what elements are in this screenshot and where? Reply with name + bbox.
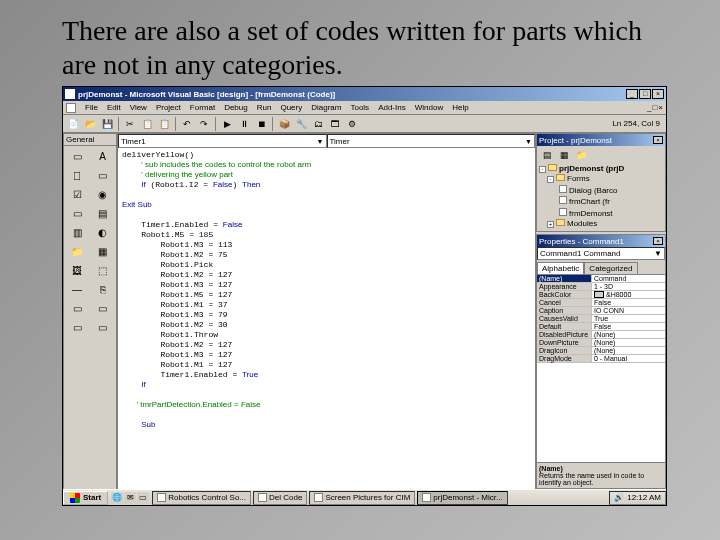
end-icon[interactable]: ⏹ bbox=[253, 117, 269, 131]
close-icon[interactable]: × bbox=[653, 237, 663, 245]
project-explorer-icon[interactable]: 📦 bbox=[276, 117, 292, 131]
redo-icon[interactable]: ↷ bbox=[196, 117, 212, 131]
property-value[interactable]: True bbox=[592, 315, 665, 322]
dirlistbox-tool[interactable]: — bbox=[65, 280, 89, 298]
line-tool[interactable]: ▭ bbox=[91, 299, 115, 317]
property-value[interactable]: 1 - 3D bbox=[592, 283, 665, 290]
menu-help[interactable]: Help bbox=[452, 103, 468, 112]
procedure-dropdown[interactable]: Timer▼ bbox=[327, 134, 536, 148]
tray-icon[interactable]: 🔊 bbox=[614, 493, 624, 502]
property-value[interactable]: IO CONN bbox=[592, 307, 665, 314]
toolbox-icon[interactable]: ⚙ bbox=[344, 117, 360, 131]
object-selector[interactable]: Command1 Command▼ bbox=[537, 247, 665, 260]
tree-modules-folder[interactable]: +Modules bbox=[539, 219, 663, 229]
property-value[interactable]: False bbox=[592, 323, 665, 330]
view-object-icon[interactable]: ▦ bbox=[556, 148, 572, 162]
timer-tool[interactable]: 🖼 bbox=[65, 261, 89, 279]
property-row[interactable]: DownPicture(None) bbox=[537, 339, 665, 347]
ql-icon[interactable]: ▭ bbox=[137, 492, 149, 504]
mdi-minimize-button[interactable]: _ bbox=[647, 103, 651, 112]
menu-edit[interactable]: Edit bbox=[107, 103, 121, 112]
start-button[interactable]: Start bbox=[63, 491, 108, 505]
menu-view[interactable]: View bbox=[130, 103, 147, 112]
property-value[interactable]: &H8000 bbox=[592, 291, 665, 298]
property-row[interactable]: CausesValidTrue bbox=[537, 315, 665, 323]
property-row[interactable]: CancelFalse bbox=[537, 299, 665, 307]
mdi-maximize-button[interactable]: □ bbox=[652, 103, 657, 112]
property-value[interactable]: (None) bbox=[592, 339, 665, 346]
filelistbox-tool[interactable]: ⎘ bbox=[91, 280, 115, 298]
undo-icon[interactable]: ↶ bbox=[179, 117, 195, 131]
data-tool[interactable]: ▭ bbox=[91, 318, 115, 336]
pointer-tool[interactable]: ▭ bbox=[65, 147, 89, 165]
property-row[interactable]: DisabledPicture(None) bbox=[537, 331, 665, 339]
taskbar-task[interactable]: Del Code bbox=[253, 491, 307, 505]
shape-tool[interactable]: ▭ bbox=[65, 299, 89, 317]
mdi-close-button[interactable]: × bbox=[658, 103, 663, 112]
combobox-tool[interactable]: ▥ bbox=[65, 223, 89, 241]
close-button[interactable]: × bbox=[652, 89, 664, 99]
tree-forms-folder[interactable]: -Forms bbox=[539, 174, 663, 184]
new-icon[interactable]: 📄 bbox=[65, 117, 81, 131]
optionbutton-tool[interactable]: ▤ bbox=[91, 204, 115, 222]
break-icon[interactable]: ⏸ bbox=[236, 117, 252, 131]
textbox-tool[interactable]: ▭ bbox=[91, 166, 115, 184]
tab-categorized[interactable]: Categorized bbox=[584, 262, 637, 274]
properties-icon[interactable]: 🔧 bbox=[293, 117, 309, 131]
menu-diagram[interactable]: Diagram bbox=[311, 103, 341, 112]
property-row[interactable]: BackColor&H8000 bbox=[537, 291, 665, 299]
property-value[interactable]: (None) bbox=[592, 331, 665, 338]
menu-file[interactable]: File bbox=[85, 103, 98, 112]
commandbutton-tool[interactable]: ◉ bbox=[91, 185, 115, 203]
code-editor[interactable]: deliverYellow() ' sub includes the codes… bbox=[118, 148, 535, 490]
tree-form-item[interactable]: Dialog (Barco bbox=[539, 185, 663, 196]
minimize-button[interactable]: _ bbox=[626, 89, 638, 99]
ql-icon[interactable]: ✉ bbox=[124, 492, 136, 504]
start-icon[interactable]: ▶ bbox=[219, 117, 235, 131]
taskbar-task[interactable]: Robotics Control So... bbox=[152, 491, 251, 505]
view-code-icon[interactable]: ▤ bbox=[539, 148, 555, 162]
tab-alphabetic[interactable]: Alphabetic bbox=[537, 262, 584, 274]
maximize-button[interactable]: □ bbox=[639, 89, 651, 99]
open-icon[interactable]: 📂 bbox=[82, 117, 98, 131]
checkbox-tool[interactable]: ▭ bbox=[65, 204, 89, 222]
vscrollbar-tool[interactable]: ▦ bbox=[91, 242, 115, 260]
image-tool[interactable]: ▭ bbox=[65, 318, 89, 336]
tree-form-item[interactable]: frmChart (fr bbox=[539, 196, 663, 207]
object-dropdown[interactable]: Timer1▼ bbox=[118, 134, 327, 148]
form-layout-icon[interactable]: 🗂 bbox=[310, 117, 326, 131]
titlebar[interactable]: prjDemonst - Microsoft Visual Basic [des… bbox=[63, 87, 666, 101]
menu-tools[interactable]: Tools bbox=[350, 103, 369, 112]
menu-run[interactable]: Run bbox=[257, 103, 272, 112]
property-row[interactable]: DefaultFalse bbox=[537, 323, 665, 331]
cut-icon[interactable]: ✂ bbox=[122, 117, 138, 131]
property-row[interactable]: (Name)Command bbox=[537, 275, 665, 283]
paste-icon[interactable]: 📋 bbox=[156, 117, 172, 131]
menu-format[interactable]: Format bbox=[190, 103, 215, 112]
listbox-tool[interactable]: ◐ bbox=[91, 223, 115, 241]
menu-project[interactable]: Project bbox=[156, 103, 181, 112]
taskbar-task[interactable]: prjDemonst - Micr... bbox=[417, 491, 507, 505]
property-value[interactable]: (None) bbox=[592, 347, 665, 354]
menu-debug[interactable]: Debug bbox=[224, 103, 248, 112]
hscrollbar-tool[interactable]: 📁 bbox=[65, 242, 89, 260]
close-icon[interactable]: × bbox=[653, 136, 663, 144]
label-tool[interactable]: ⎕ bbox=[65, 166, 89, 184]
property-row[interactable]: CaptionIO CONN bbox=[537, 307, 665, 315]
save-icon[interactable]: 💾 bbox=[99, 117, 115, 131]
picturebox-tool[interactable]: A bbox=[91, 147, 115, 165]
object-browser-icon[interactable]: 🗔 bbox=[327, 117, 343, 131]
property-row[interactable]: Appearance1 - 3D bbox=[537, 283, 665, 291]
toggle-folders-icon[interactable]: 📁 bbox=[573, 148, 589, 162]
ql-icon[interactable]: 🌐 bbox=[111, 492, 123, 504]
property-value[interactable]: False bbox=[592, 299, 665, 306]
copy-icon[interactable]: 📋 bbox=[139, 117, 155, 131]
taskbar-task[interactable]: Screen Pictures for CIM bbox=[309, 491, 415, 505]
property-row[interactable]: DragMode0 - Manual bbox=[537, 355, 665, 363]
property-value[interactable]: Command bbox=[592, 275, 665, 282]
tree-form-item[interactable]: frmDemonst bbox=[539, 208, 663, 219]
property-value[interactable]: 0 - Manual bbox=[592, 355, 665, 362]
menu-window[interactable]: Window bbox=[415, 103, 443, 112]
property-row[interactable]: DragIcon(None) bbox=[537, 347, 665, 355]
menu-addins[interactable]: Add-Ins bbox=[378, 103, 406, 112]
